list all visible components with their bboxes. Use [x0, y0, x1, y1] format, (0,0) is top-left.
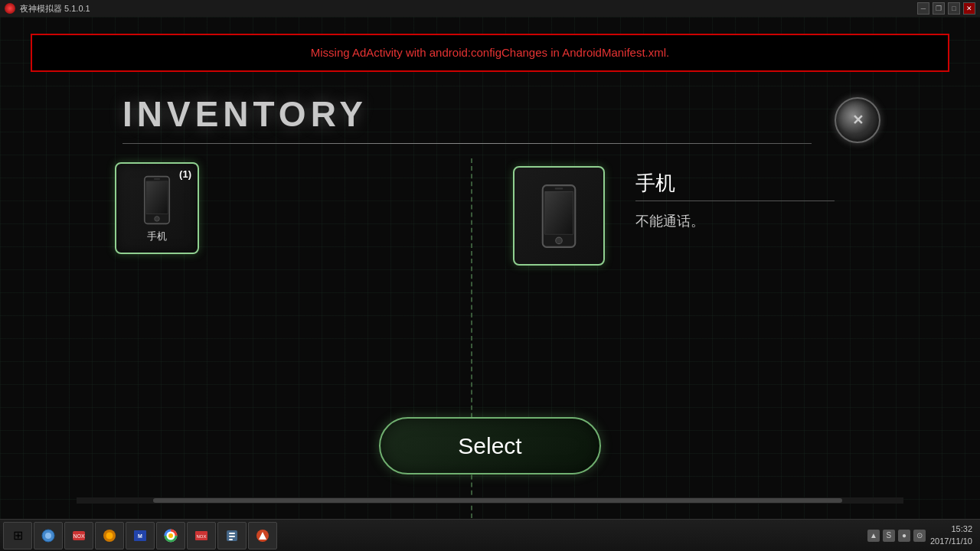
start-button[interactable]: ⊞	[3, 522, 32, 549]
title-divider	[122, 143, 812, 144]
svg-text:NOX: NOX	[73, 533, 85, 539]
system-tray: ▲ S ● ⊙	[867, 530, 926, 542]
scrollbar-thumb[interactable]	[153, 498, 842, 503]
close-window-button[interactable]: ✕	[963, 2, 975, 15]
item-slot-label: 手机	[147, 230, 167, 243]
svg-rect-4	[154, 178, 160, 180]
taskbar-app-6[interactable]	[217, 522, 247, 549]
tray-icon-2[interactable]: S	[883, 530, 895, 542]
inventory-title: INVENTORY	[122, 93, 368, 135]
svg-point-15	[106, 532, 113, 540]
app-icon	[5, 3, 15, 14]
taskbar-app-3[interactable]	[95, 522, 124, 549]
item-description: 不能通话。	[635, 212, 704, 230]
title-bar: 夜神模拟器 5.1.0.1 ─ ❐ □ ✕	[0, 0, 980, 17]
svg-rect-7	[545, 191, 573, 233]
game-area: Missing AdActivity with android:configCh…	[0, 17, 980, 536]
tray-icon-4[interactable]: ⊙	[913, 530, 926, 542]
item-name: 手机	[635, 170, 675, 197]
phone-icon	[134, 173, 180, 227]
maximize-button[interactable]: □	[948, 2, 960, 15]
svg-point-3	[155, 216, 160, 221]
svg-rect-25	[229, 539, 233, 540]
tray-icon-3[interactable]: ●	[898, 530, 910, 542]
svg-rect-9	[555, 187, 564, 189]
error-banner: Missing AdActivity with android:configCh…	[31, 34, 949, 72]
tray-icon-1[interactable]: ▲	[867, 530, 880, 542]
taskbar-app-1[interactable]	[34, 522, 63, 549]
svg-point-8	[556, 237, 563, 244]
taskbar-app-chrome[interactable]	[156, 522, 185, 549]
error-message: Missing AdActivity with android:configCh…	[311, 46, 670, 59]
svg-text:NOX: NOX	[196, 534, 206, 539]
inventory-item-phone[interactable]: (1) 手机	[115, 162, 199, 254]
select-button-label: Select	[458, 433, 521, 459]
clock-time: 15:32	[930, 523, 972, 535]
svg-point-19	[168, 533, 173, 538]
window-title: 夜神模拟器 5.1.0.1	[20, 3, 90, 15]
select-button[interactable]: Select	[379, 417, 601, 474]
svg-rect-23	[229, 533, 235, 534]
taskbar: ⊞ NOX M NOX ▲ S ● ⊙	[0, 519, 980, 551]
minimize-button[interactable]: ─	[917, 2, 929, 15]
close-inventory-button[interactable]	[835, 97, 880, 143]
svg-point-11	[45, 533, 51, 539]
taskbar-right: ▲ S ● ⊙ 15:32 2017/11/10	[867, 523, 977, 547]
svg-rect-2	[146, 181, 168, 214]
selected-item-image	[513, 166, 605, 266]
horizontal-scrollbar[interactable]	[77, 497, 903, 504]
taskbar-app-2[interactable]: NOX	[64, 522, 93, 549]
system-clock[interactable]: 15:32 2017/11/10	[930, 523, 972, 547]
close-icon[interactable]	[835, 97, 880, 143]
window-controls[interactable]: ─ ❐ □ ✕	[917, 2, 975, 15]
taskbar-apps: ⊞ NOX M NOX	[3, 522, 277, 549]
taskbar-app-4[interactable]: M	[126, 522, 155, 549]
taskbar-app-5[interactable]: NOX	[187, 522, 216, 549]
taskbar-app-7[interactable]	[248, 522, 277, 549]
clock-date: 2017/11/10	[930, 536, 972, 547]
svg-text:M: M	[138, 533, 142, 539]
item-count: (1)	[179, 168, 191, 180]
restore-button[interactable]: ❐	[933, 2, 945, 15]
item-name-divider	[635, 201, 835, 201]
svg-rect-24	[229, 536, 235, 537]
titlebar-left: 夜神模拟器 5.1.0.1	[5, 3, 90, 15]
